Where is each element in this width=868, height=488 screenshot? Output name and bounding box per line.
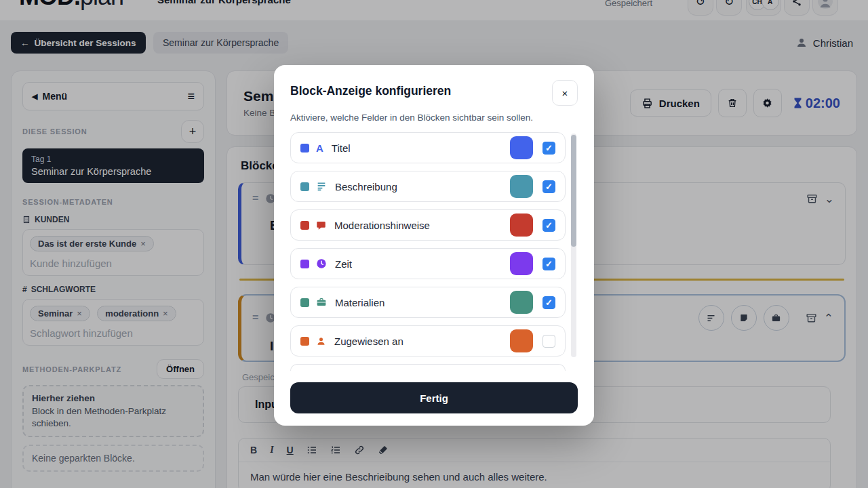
field-checkbox[interactable]: ✓ <box>542 180 555 193</box>
field-row-beschreibung: Beschreibung ✓ <box>290 171 566 202</box>
field-label: Titel <box>332 142 351 154</box>
field-label: Zeit <box>335 258 352 270</box>
field-label: Moderationshinweise <box>334 220 430 231</box>
field-color-dot <box>300 144 309 152</box>
person-icon <box>316 336 326 346</box>
field-label: Beschreibung <box>335 181 397 192</box>
modal-title: Block-Anzeige konfigurieren <box>290 80 451 98</box>
field-row-partial <box>290 364 566 371</box>
field-checkbox[interactable]: ✓ <box>542 335 555 348</box>
check-icon: ✓ <box>545 259 553 269</box>
color-swatch[interactable] <box>510 291 533 314</box>
modal-subtitle: Aktiviere, welche Felder in den Blöcken … <box>290 113 578 123</box>
field-color-dot <box>300 221 309 230</box>
field-checkbox[interactable]: ✓ <box>542 142 555 155</box>
color-swatch[interactable] <box>510 214 533 237</box>
modal-close-button[interactable]: × <box>552 80 578 106</box>
field-row-moderationshinweise: Moderationshinweise ✓ <box>290 209 566 241</box>
color-swatch[interactable] <box>510 329 533 352</box>
block-config-modal: Block-Anzeige konfigurieren × Aktiviere,… <box>274 65 594 426</box>
done-button[interactable]: Fertig <box>290 382 578 413</box>
field-color-dot <box>300 260 309 268</box>
briefcase-icon <box>316 297 327 308</box>
field-color-dot <box>300 182 309 191</box>
text-lines-icon <box>316 181 327 192</box>
scrollbar-thumb[interactable] <box>571 135 576 247</box>
field-checkbox[interactable]: ✓ <box>542 258 555 270</box>
field-checkbox[interactable]: ✓ <box>542 296 555 309</box>
check-icon: ✓ <box>545 220 553 230</box>
check-icon: ✓ <box>545 143 553 153</box>
color-swatch[interactable] <box>510 252 533 275</box>
color-swatch[interactable] <box>510 175 533 198</box>
modal-scrollbar <box>571 134 576 357</box>
field-checkbox[interactable]: ✓ <box>542 219 555 232</box>
field-row-zugewiesen-an: Zugewiesen an ✓ <box>290 325 566 357</box>
field-row-zeit: Zeit ✓ <box>290 248 566 279</box>
field-label: Zugewiesen an <box>334 336 403 347</box>
field-row-materialien: Materialien ✓ <box>290 287 566 318</box>
letter-a-icon: A <box>316 142 323 154</box>
field-list: A Titel ✓ Beschreibung ✓ Moderationshinw… <box>290 132 578 374</box>
clock-icon <box>316 258 327 269</box>
field-row-titel: A Titel ✓ <box>290 132 566 163</box>
field-color-dot <box>300 298 309 307</box>
message-icon <box>316 220 326 230</box>
app-stage: MOD.plan Seminar zur Körpersprache Gespe… <box>0 0 868 488</box>
field-label: Materialien <box>335 297 384 308</box>
field-color-dot <box>300 337 309 346</box>
check-icon: ✓ <box>545 298 553 308</box>
check-icon: ✓ <box>545 182 553 192</box>
color-swatch[interactable] <box>510 136 533 159</box>
close-icon: × <box>562 87 568 99</box>
